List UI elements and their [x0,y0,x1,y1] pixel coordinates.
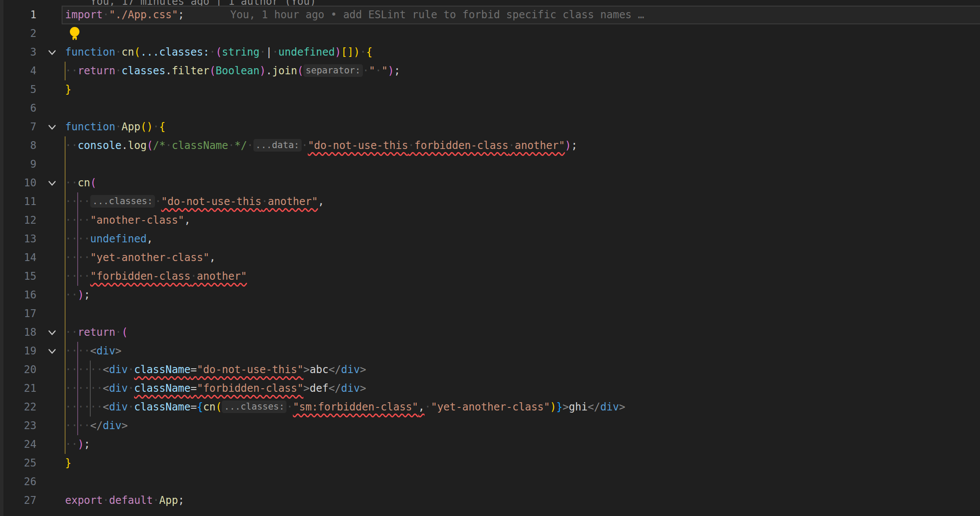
line-number[interactable]: 8 [0,136,36,155]
line-number[interactable]: 6 [0,99,36,118]
fold-chevron-down-icon[interactable] [42,118,62,136]
code-token: ·· [65,139,78,152]
line-number[interactable]: 5 [0,80,36,99]
code-line[interactable]: 25} [0,454,980,473]
code-token: div [96,345,115,357]
code-line[interactable]: 15····"forbidden-class·another" [0,267,980,286]
code-token: , [209,251,215,264]
code-token: */ [234,139,247,152]
code-token: "yet-another-class" [90,251,210,264]
code-line[interactable]: 23····</div> [0,417,980,435]
code-line[interactable]: 20······<div·className="do-not-use-this"… [0,361,980,379]
line-number[interactable]: 9 [0,155,36,174]
code-token: </ [588,401,600,413]
code-line[interactable]: 21······<div·className="forbidden-class"… [0,379,980,398]
code-token: { [366,46,372,58]
line-number[interactable]: 3 [0,43,36,62]
code-token: string [222,46,260,58]
code-line[interactable]: 11····...classes:·"do-not-use-this·anoth… [0,192,980,211]
code-line[interactable]: 3function·cn(...classes:·(string·|·undef… [0,43,980,62]
code-token: filter [172,65,210,77]
code-token: ) [335,46,341,58]
line-number[interactable]: 15 [0,267,36,286]
code-token: "yet-another-class" [431,401,550,413]
line-number[interactable]: 16 [0,286,36,304]
line-number[interactable]: 18 [0,323,36,342]
line-number[interactable]: 27 [0,491,36,510]
code-token: function [65,121,115,133]
code-line[interactable]: 19····<div> [0,342,980,361]
code-line[interactable]: 22······<div·className={cn(...classes:·"… [0,398,980,417]
code-token: ) [260,65,266,77]
code-token: " [381,65,388,77]
line-number[interactable]: 17 [0,304,36,323]
code-token: > [360,382,366,394]
code-line[interactable]: 9 [0,155,980,174]
code-token: div [341,382,360,394]
code-token: . [165,65,171,77]
line-number[interactable]: 20 [0,361,36,379]
code-line[interactable]: 18··return·( [0,323,980,342]
code-line[interactable]: 13····undefined, [0,230,980,248]
code-line[interactable]: 2 [0,24,980,43]
fold-chevron-down-icon[interactable] [42,43,62,62]
code-line[interactable]: 14····"yet-another-class", [0,248,980,267]
code-token: ···· [65,233,90,245]
code-line[interactable]: 16··); [0,286,980,304]
code-token: · [115,326,122,338]
line-number[interactable]: 11 [0,192,36,211]
git-codelens-annotation[interactable]: You, 17 minutes ago | 1 author (You) [90,0,980,6]
code-line-content: } [65,454,71,473]
code-token: ······ [65,401,103,413]
code-token: </ [90,420,103,432]
code-token: "do-not-use-this [308,139,408,152]
line-number[interactable]: 22 [0,398,36,417]
line-number[interactable]: 7 [0,118,36,136]
fold-chevron-down-icon[interactable] [42,342,62,361]
code-token: · [155,195,161,208]
code-line[interactable]: 12····"another-class", [0,211,980,230]
fold-chevron-down-icon[interactable] [42,174,62,192]
code-line[interactable]: 17 [0,304,980,323]
fold-chevron-down-icon[interactable] [42,323,62,342]
line-number[interactable]: 1 [0,6,36,24]
line-number[interactable]: 24 [0,435,36,454]
line-number[interactable]: 25 [0,454,36,473]
line-number[interactable]: 26 [0,473,36,491]
code-token: · [115,65,122,77]
code-line[interactable]: 26 [0,473,980,491]
code-token: ( [122,326,128,338]
code-line-content: ····"yet-another-class", [65,248,216,267]
line-number[interactable]: 14 [0,248,36,267]
code-line[interactable]: 24··); [0,435,980,454]
code-token: undefined [90,233,147,245]
code-token: · [153,494,159,506]
code-line[interactable]: 4··return·classes.filter(Boolean).join(s… [0,62,980,80]
code-token: div [600,401,619,413]
code-line-content: ······<div·className={cn(...classes:·"sm… [65,398,625,417]
quick-fix-lightbulb-icon[interactable] [68,26,82,43]
code-line[interactable]: 6 [0,99,980,118]
line-number[interactable]: 2 [0,24,36,43]
code-token: , [184,214,191,226]
code-line[interactable]: 27export·default·App; [0,491,980,510]
code-token: "another-class" [90,214,184,226]
line-number[interactable]: 23 [0,417,36,435]
code-line[interactable]: 1import·"./App.css";You, 1 hour ago • ad… [0,6,980,24]
code-token: · [115,121,122,133]
code-token: </ [329,364,341,376]
line-number[interactable]: 4 [0,62,36,80]
code-token: · [115,46,122,58]
line-number[interactable]: 10 [0,174,36,192]
code-line-content: ····undefined, [65,230,153,248]
code-line[interactable]: 5} [0,80,980,99]
line-number[interactable]: 19 [0,342,36,361]
line-number[interactable]: 12 [0,211,36,230]
code-line[interactable]: 8··console.log(/*·className·*/·...data:·… [0,136,980,155]
code-token: · [286,401,293,413]
code-token: > [562,401,569,413]
code-line[interactable]: 10··cn( [0,174,980,192]
line-number[interactable]: 13 [0,230,36,248]
code-line[interactable]: 7function·App()·{ [0,118,980,136]
line-number[interactable]: 21 [0,379,36,398]
